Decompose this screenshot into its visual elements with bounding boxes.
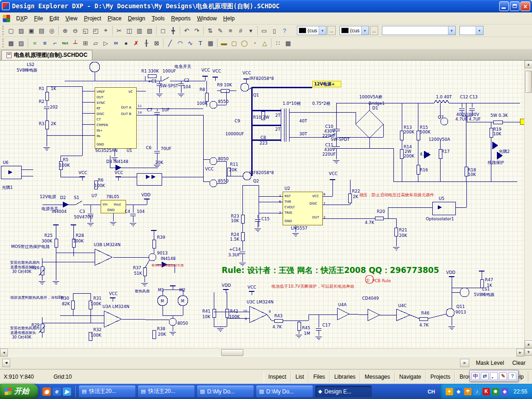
ime-icon-3[interactable]: 。 [490,372,498,380]
title-bar[interactable]: Design Explorer DXP - D:\My Documents\My… [0,0,532,12]
zoom-in-icon[interactable]: ⊕ [60,25,70,36]
tray-icon-3[interactable]: ☂ [464,388,472,395]
place-part-icon[interactable]: ⊞ [80,38,91,48]
scroll-up-icon[interactable]: ▲ [525,60,532,68]
chevron-down-icon[interactable]: ▾ [476,26,483,35]
minimize-button[interactable] [499,1,509,11]
tray-icon-4[interactable]: ♪ [473,388,481,395]
place-sheet-symbol-icon[interactable]: ▱ [91,38,101,48]
menu-tools[interactable]: Tools [149,13,168,24]
renumber-icon[interactable]: ≡ [225,25,236,36]
tray-icon-7[interactable]: ◈ [501,388,508,395]
draw-polygon-icon[interactable]: △ [260,38,270,48]
draw-curve-icon[interactable]: ∿ [185,38,195,48]
ime-language-bar[interactable]: 中⇄。✎? [469,370,519,382]
move-selection-icon[interactable]: ╋ [168,25,178,36]
horizontal-scrollbar[interactable]: ◄ ► [0,348,524,356]
taskbar-button-3[interactable]: ▨D:\My Do... [197,386,254,397]
draw-rect-icon[interactable]: ▬ [219,38,229,48]
chevron-down-icon[interactable]: ▾ [319,26,326,35]
open-project-icon[interactable]: ▩ [6,38,16,48]
help-icon[interactable]: ? [279,25,290,36]
scroll-up-icon[interactable]: ▲ [525,340,532,348]
panel-button-messages[interactable]: Messages [360,371,395,382]
place-no-erc-icon[interactable]: ✗ [131,38,141,48]
paste-array-icon[interactable]: ∷ [273,38,283,48]
quick-launch-ie-icon[interactable]: e [53,387,61,396]
menu-view[interactable]: View [62,13,81,24]
chevron-down-icon[interactable]: ▾ [361,26,369,35]
panel-options-icon[interactable]: » [460,359,469,367]
zoom-out-icon[interactable]: ⊖ [70,25,80,36]
quick-launch-media-icon[interactable]: ▶ [63,387,71,396]
place-digital-device-icon[interactable]: DI [111,38,121,48]
rubber-stamp-icon[interactable]: ▧ [145,25,155,36]
scroll-down-icon[interactable]: ▼ [525,348,532,356]
panel-button-list[interactable]: List [291,371,309,382]
grid-dropdown-icon[interactable]: ▾ [246,25,256,36]
wire-color-combo[interactable]: (cus ▾ [297,26,326,35]
ime-icon-5[interactable]: ? [508,372,516,380]
place-probe-icon[interactable]: ╂ [141,38,151,48]
tray-icon-6[interactable]: ❀ [492,388,499,395]
color-browse-button[interactable]: ... [327,26,336,35]
schematic-canvas[interactable]: LS25V8蜂鸣器R1 330K100UF电鱼开关SW-SPSTVCCVCCVC… [0,60,524,348]
place-wire-icon[interactable]: ≈ [30,38,40,48]
menu-edit[interactable]: Edit [46,13,62,24]
draw-pie-icon[interactable]: ◔ [249,38,260,48]
browse-library-icon[interactable]: ▭ [259,25,269,36]
close-button[interactable]: × [520,1,530,11]
draw-round-rect-icon[interactable]: ▢ [229,38,239,48]
menu-file[interactable]: File [31,13,46,24]
menu-help[interactable]: Help [220,13,238,24]
ime-icon-1[interactable]: 中 [472,372,479,380]
panel-button-files[interactable]: Files [308,371,329,382]
scroll-right-icon[interactable]: ► [516,349,524,357]
annotate-icon[interactable]: ✎ [215,25,225,36]
zoom-area-icon[interactable]: ◱ [80,25,91,36]
print-icon[interactable]: ▤ [36,25,47,36]
place-directive-icon[interactable]: ⊠ [151,38,162,48]
new-sheet-icon[interactable]: ▨ [16,38,26,48]
tray-icon-5[interactable]: K [483,388,490,395]
draw-line-icon[interactable]: ╱ [165,38,175,48]
fill-browse-button[interactable]: ... [370,26,378,35]
save-icon[interactable]: ▣ [26,25,36,36]
place-sheet-entry-icon[interactable]: ▷ [101,38,111,48]
zoom-selection-icon[interactable]: ⌖ [101,25,111,36]
menu-design[interactable]: Design [125,13,148,24]
tab-scroll-left-icon[interactable]: ◄ [2,359,10,367]
restore-button[interactable] [510,1,520,11]
redo-icon[interactable]: ↷ [192,25,202,36]
schematic-viewport[interactable]: LS25V8蜂鸣器R1 330K100UF电鱼开关SW-SPSTVCCVCCVC… [0,60,524,348]
ime-icon-4[interactable]: ✎ [499,372,507,380]
cut-icon[interactable]: ✂ [114,25,124,36]
component-icon[interactable]: ▯ [269,25,279,36]
vertical-scrollbar[interactable]: ▲ ▲ ▼ [524,60,532,356]
draw-ellipse-icon[interactable]: ◯ [239,38,249,48]
place-power-port-icon[interactable]: ┴ [70,38,80,48]
clear-button[interactable]: Clear [508,358,530,368]
tray-icon-2[interactable]: ◆ [455,388,462,395]
draw-arc-icon[interactable]: ◠ [175,38,185,48]
mask-level-button[interactable]: Mask Level [472,358,508,368]
place-bus-entry-icon[interactable]: ⌐ [50,38,60,48]
scroll-left-icon[interactable]: ◄ [0,349,8,357]
scale-combo[interactable]: ▾ [459,26,484,35]
variant-combo[interactable]: ▾ [382,26,456,35]
start-button[interactable]: 开始 [0,384,38,399]
select-area-icon[interactable]: ◻ [158,25,168,36]
panel-button-inspect[interactable]: Inspect [264,371,291,382]
quick-launch-browser-icon[interactable]: ◉ [42,387,51,396]
taskbar-button-1[interactable]: ▤快活王20... [79,386,135,397]
menu-project[interactable]: Project [81,13,104,24]
zoom-document-icon[interactable]: ◰ [91,25,101,36]
taskbar-button-5[interactable]: ◆Design E... [315,386,372,397]
toolbar-grip[interactable] [2,38,4,48]
panel-button-libraries[interactable]: Libraries [330,371,360,382]
toolbar-grip[interactable] [2,26,4,35]
fill-color-combo[interactable]: (cus ▾ [339,26,369,35]
panel-button-navigate[interactable]: Navigate [395,371,426,382]
taskbar-button-4[interactable]: ▨D:\My Do... [256,386,313,397]
document-tab[interactable]: 电鱼机原理图(自制).SCHDOC [1,50,92,60]
